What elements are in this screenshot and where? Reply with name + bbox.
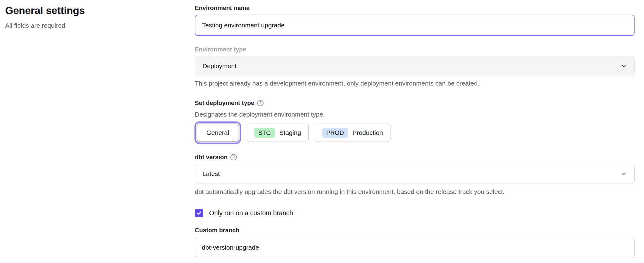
custom-branch-label: Custom branch <box>195 226 635 234</box>
deployment-type-label: Set deployment type ? <box>195 99 635 107</box>
environment-type-helper: This project already has a development e… <box>195 79 635 88</box>
prod-badge: PROD <box>322 128 348 138</box>
help-icon[interactable]: ? <box>230 154 237 160</box>
custom-branch-input[interactable] <box>195 237 635 258</box>
deployment-type-options: General STG Staging PROD Production <box>195 124 635 142</box>
custom-branch-checkbox[interactable] <box>195 209 203 217</box>
custom-branch-checkbox-label: Only run on a custom branch <box>209 209 293 217</box>
stg-badge: STG <box>254 128 275 138</box>
environment-settings-page: General settings All fields are required… <box>0 0 644 263</box>
general-button-label: General <box>206 129 229 136</box>
environment-settings-form: Environment name Environment type Deploy… <box>195 0 635 263</box>
environment-type-select[interactable]: Deployment <box>195 56 635 76</box>
deployment-type-general-button[interactable]: General <box>197 124 239 142</box>
checkmark-icon <box>196 210 202 216</box>
staging-button-label: Staging <box>279 129 301 136</box>
custom-branch-toggle-row: Only run on a custom branch <box>195 209 635 217</box>
deployment-type-production-button[interactable]: PROD Production <box>315 124 390 142</box>
environment-type-label: Environment type <box>195 45 635 54</box>
chevron-down-icon <box>621 63 627 69</box>
chevron-down-icon <box>621 171 627 177</box>
dbt-version-value: Latest <box>202 170 220 177</box>
page-subtitle: All fields are required <box>5 21 195 30</box>
environment-type-value: Deployment <box>202 62 236 70</box>
dbt-version-select[interactable]: Latest <box>195 164 635 184</box>
help-icon[interactable]: ? <box>257 100 264 106</box>
dbt-version-helper: dbt automatically upgrades the dbt versi… <box>195 188 635 196</box>
dbt-version-label-text: dbt version <box>195 153 228 161</box>
settings-heading-section: General settings All fields are required <box>0 0 195 263</box>
page-title: General settings <box>5 4 195 17</box>
production-button-label: Production <box>352 129 383 136</box>
deployment-type-helper: Designates the deployment environment ty… <box>195 110 635 119</box>
dbt-version-label: dbt version ? <box>195 153 635 161</box>
environment-name-input[interactable] <box>195 15 635 36</box>
deployment-type-staging-button[interactable]: STG Staging <box>247 124 309 142</box>
deployment-type-label-text: Set deployment type <box>195 99 254 107</box>
environment-name-label: Environment name <box>195 4 635 12</box>
